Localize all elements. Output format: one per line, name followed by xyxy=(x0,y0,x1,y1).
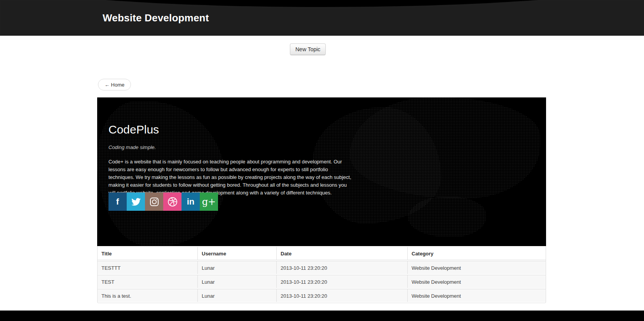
cell-date: 2013-10-11 23:20:20 xyxy=(276,289,407,302)
column-header-username: Username xyxy=(197,247,276,260)
cell-username: Lunar xyxy=(197,261,276,274)
topics-body: TESTTT Lunar 2013-10-11 23:20:20 Website… xyxy=(98,261,546,302)
googleplus-glyph: g+ xyxy=(202,197,216,206)
table-row[interactable]: This is a test. Lunar 2013-10-11 23:20:2… xyxy=(98,289,546,302)
page-header: Website Development xyxy=(0,0,644,36)
facebook-glyph: f xyxy=(116,198,119,206)
dribbble-ball-glyph xyxy=(168,197,178,207)
cell-title: TEST xyxy=(98,275,197,288)
social-links: f xyxy=(108,193,218,211)
hero-content: CodePlus Coding made simple. Code+ is a … xyxy=(97,97,546,197)
page-footer xyxy=(0,311,644,321)
home-button[interactable]: ← Home xyxy=(98,79,131,90)
topics-table: Title Username Date Category TESTTT Luna… xyxy=(97,246,546,303)
facebook-icon[interactable]: f xyxy=(108,193,127,211)
googleplus-icon[interactable]: g+ xyxy=(200,193,218,211)
main-content: CodePlus Coding made simple. Code+ is a … xyxy=(97,97,546,303)
table-row[interactable]: TEST Lunar 2013-10-11 23:20:20 Website D… xyxy=(98,275,546,288)
table-header-row: Title Username Date Category xyxy=(98,247,546,260)
table-row[interactable]: TESTTT Lunar 2013-10-11 23:20:20 Website… xyxy=(98,261,546,274)
worldmap-dots-decoration xyxy=(408,196,486,237)
cell-title: This is a test. xyxy=(98,289,197,302)
cell-date: 2013-10-11 23:20:20 xyxy=(276,261,407,274)
brand-description: Code+ is a website that is mainly focuse… xyxy=(108,158,354,197)
cell-category: Website Development xyxy=(407,275,546,288)
cell-category: Website Development xyxy=(407,289,546,302)
cell-date: 2013-10-11 23:20:20 xyxy=(276,275,407,288)
cell-username: Lunar xyxy=(197,275,276,288)
cell-username: Lunar xyxy=(197,289,276,302)
cell-category: Website Development xyxy=(407,261,546,274)
dribbble-icon[interactable] xyxy=(163,193,182,211)
column-header-title: Title xyxy=(98,247,197,260)
linkedin-icon[interactable]: in xyxy=(182,193,200,211)
twitter-icon[interactable] xyxy=(127,193,145,211)
cell-title: TESTTT xyxy=(98,261,197,274)
twitter-bird-glyph xyxy=(131,197,141,206)
brand-title: CodePlus xyxy=(108,123,534,136)
brand-tagline: Coding made simple. xyxy=(108,144,534,150)
hero-panel: CodePlus Coding made simple. Code+ is a … xyxy=(97,97,546,246)
instagram-icon[interactable] xyxy=(145,193,163,211)
page-title: Website Development xyxy=(103,12,209,24)
new-topic-button[interactable]: New Topic xyxy=(290,43,326,55)
linkedin-glyph: in xyxy=(187,198,195,206)
instagram-camera-glyph xyxy=(150,197,159,206)
column-header-category: Category xyxy=(407,247,546,260)
column-header-date: Date xyxy=(276,247,407,260)
